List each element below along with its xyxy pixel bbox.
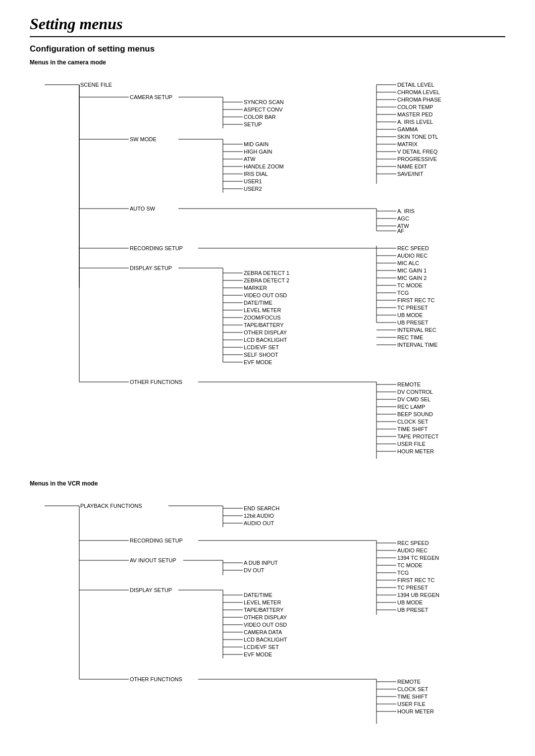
scene-file-label: SCENE FILE (80, 82, 112, 88)
af: AF (397, 228, 404, 234)
end-search: END SEARCH (244, 505, 279, 511)
iris-dial: IRIS DIAL (244, 171, 268, 177)
vcr-ub-preset: UB PRESET (397, 607, 428, 613)
page-title: Setting menus (30, 15, 505, 37)
beep-sound: BEEP SOUND (397, 411, 433, 417)
skin-tone-dtl: SKIN TONE DTL (397, 134, 438, 140)
sw-mode-label: SW MODE (130, 136, 157, 142)
tc-mode: TC MODE (397, 282, 423, 288)
a-iris: A. IRIS (397, 208, 415, 214)
vcr-lcd-backlight: LCD BACKLIGHT (244, 637, 287, 643)
hour-meter: HOUR METER (397, 448, 434, 454)
interval-time: INTERVAL TIME (397, 342, 438, 348)
audio-out: AUDIO OUT (244, 520, 274, 526)
tape-protect: TAPE PROTECT (397, 433, 439, 439)
color-temp: COLOR TEMP (397, 104, 433, 110)
mic-alc: MIC ALC (397, 260, 419, 266)
setup: SETUP (244, 121, 262, 127)
handle-zoom: HANDLE ZOOM (244, 163, 284, 169)
vcr-level-meter: LEVEL METER (244, 599, 281, 605)
camera-setup-label: CAMERA SETUP (130, 94, 172, 100)
user1: USER1 (244, 178, 262, 184)
marker: MARKER (244, 285, 267, 291)
ub-regen-1394: 1394 UB REGEN (397, 592, 439, 598)
progressive: PROGRESSIVE (397, 156, 437, 162)
vcr-camera-data: CAMERA DATA (244, 629, 282, 635)
rec-lamp: REC LAMP (397, 404, 425, 410)
playback-functions-label: PLAYBACK FUNCTIONS (80, 503, 142, 509)
other-functions-label: OTHER FUNCTIONS (130, 379, 182, 385)
time-shift: TIME SHIFT (397, 426, 428, 432)
dv-control: DV CONTROL (397, 389, 433, 395)
user2: USER2 (244, 186, 262, 192)
zoom-focus: ZOOM/FOCUS (244, 315, 281, 321)
other-display: OTHER DISPLAY (244, 329, 287, 335)
vcr-other-functions-label: OTHER FUNCTIONS (130, 676, 182, 682)
vcr-remote: REMOTE (397, 679, 421, 685)
detail-level: DETAIL LEVEL (397, 82, 434, 88)
12bit-audio: 12bit AUDIO (244, 513, 274, 519)
vcr-tcg: TCG (397, 570, 409, 576)
vcr-time-shift: TIME SHIFT (397, 694, 428, 700)
vcr-recording-setup-label: RECORDING SETUP (130, 538, 183, 543)
display-setup-label: DISPLAY SETUP (130, 265, 172, 271)
chroma-level: CHROMA LEVEL (397, 89, 440, 95)
dv-cmd-sel: DV CMD SEL (397, 396, 430, 402)
vcr-rec-speed: REC SPEED (397, 540, 429, 546)
tcg: TCG (397, 290, 409, 296)
vcr-mode-label: Menus in the VCR mode (30, 480, 505, 487)
zebra-detect-2: ZEBRA DETECT 2 (244, 277, 289, 283)
date-time: DATE/TIME (244, 300, 272, 306)
vcr-video-out-osd: VIDEO OUT OSD (244, 622, 287, 628)
dv-out: DV OUT (244, 567, 265, 573)
vcr-clock-set: CLOCK SET (397, 686, 428, 692)
tc-regen-1394: 1394 TC REGEN (397, 555, 439, 561)
v-detail-freq: V DETAIL FREQ (397, 149, 438, 155)
vcr-hour-meter: HOUR METER (397, 708, 434, 714)
zebra-detect-1: ZEBRA DETECT 1 (244, 270, 289, 276)
syncro-scan: SYNCRO SCAN (244, 99, 284, 105)
vcr-display-setup-label: DISPLAY SETUP (130, 587, 172, 593)
camera-mode-diagram: SCENE FILE CAMERA SETUP SYNCRO SCAN ASPE… (30, 70, 505, 476)
vcr-date-time: DATE/TIME (244, 592, 272, 598)
save-init: SAVE/INIT (397, 171, 424, 177)
atw-sw: ATW (244, 156, 256, 162)
agc: AGC (397, 216, 409, 221)
color-bar: COLOR BAR (244, 114, 276, 120)
matrix: MATRIX (397, 141, 418, 147)
section-title: Configuration of setting menus (30, 44, 505, 54)
aspect-conv: ASPECT CONV (244, 107, 283, 112)
ub-mode: UB MODE (397, 312, 423, 318)
name-edit: NAME EDIT (397, 163, 427, 169)
vcr-lcd-evf-set: LCD/EVF SET (244, 644, 279, 650)
evf-mode: EVF MODE (244, 359, 272, 365)
ub-preset: UB PRESET (397, 320, 428, 325)
vcr-tc-mode: TC MODE (397, 562, 423, 568)
lcd-evf-set: LCD/EVF SET (244, 344, 279, 350)
master-ped: MASTER PED (397, 111, 433, 117)
vcr-other-display: OTHER DISPLAY (244, 614, 287, 620)
gamma: GAMMA (397, 126, 418, 132)
rec-time: REC TIME (397, 334, 423, 340)
vcr-mode-diagram: PLAYBACK FUNCTIONS END SEARCH 12bit AUDI… (30, 491, 505, 756)
a-iris-level: A. IRIS LEVEL (397, 119, 433, 125)
lcd-backlight: LCD BACKLIGHT (244, 337, 287, 343)
camera-mode-label: Menus in the camera mode (30, 59, 505, 66)
self-shoot: SELF SHOOT (244, 352, 278, 358)
tc-preset: TC PRESET (397, 305, 428, 311)
vcr-tape-battery: TAPE/BATTERY (244, 607, 284, 613)
vcr-user-file: USER FILE (397, 701, 426, 707)
mic-gain-2: MIC GAIN 2 (397, 275, 427, 281)
auto-sw-label: AUTO SW (130, 206, 156, 212)
mid-gain: MID GAIN (244, 141, 268, 147)
vcr-first-rec-tc: FIRST REC TC (397, 577, 434, 583)
high-gain: HIGH GAIN (244, 149, 272, 155)
tape-battery: TAPE/BATTERY (244, 322, 284, 328)
vcr-ub-mode: UB MODE (397, 599, 423, 605)
chroma-phase: CHROMA PHASE (397, 97, 441, 103)
clock-set: CLOCK SET (397, 419, 428, 425)
interval-rec: INTERVAL REC (397, 327, 436, 333)
vcr-audio-rec: AUDIO REC (397, 547, 428, 553)
mic-gain-1: MIC GAIN 1 (397, 268, 427, 273)
user-file: USER FILE (397, 441, 426, 447)
